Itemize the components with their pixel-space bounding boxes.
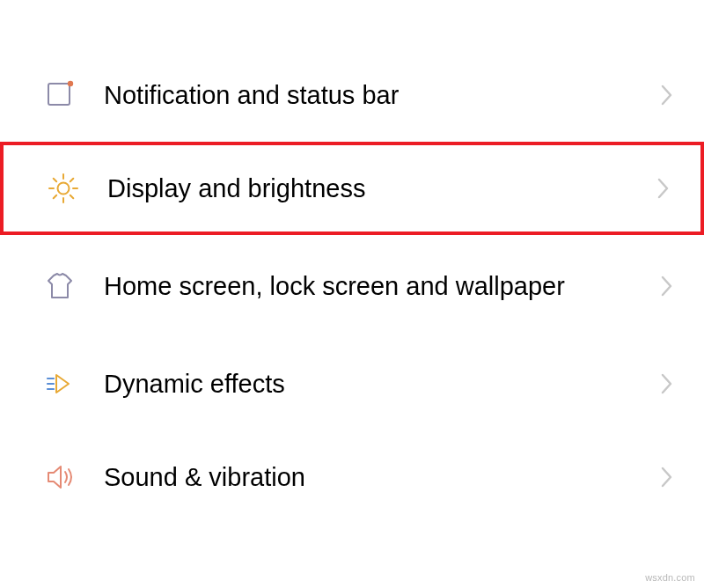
tshirt-icon <box>44 270 76 302</box>
settings-item-label: Sound & vibration <box>76 461 656 493</box>
settings-item-display[interactable]: Display and brightness <box>0 142 704 235</box>
svg-line-7 <box>54 179 56 182</box>
sun-icon <box>48 173 79 204</box>
svg-line-8 <box>70 195 74 199</box>
chevron-right-icon <box>653 178 674 199</box>
settings-item-label: Notification and status bar <box>76 79 656 111</box>
settings-item-dynamic[interactable]: Dynamic effects <box>0 337 704 430</box>
settings-item-notification[interactable]: Notification and status bar <box>0 48 704 142</box>
settings-item-label: Dynamic effects <box>76 368 656 400</box>
svg-line-9 <box>54 195 56 199</box>
watermark: wsxdn.com <box>645 572 695 583</box>
chevron-right-icon <box>656 85 678 106</box>
settings-list: Notification and status bar Di <box>0 0 704 524</box>
notification-icon <box>44 79 76 111</box>
svg-point-2 <box>58 183 70 195</box>
settings-item-homescreen[interactable]: Home screen, lock screen and wallpaper <box>0 235 704 337</box>
dynamic-effects-icon <box>44 368 76 400</box>
speaker-icon <box>44 461 76 493</box>
settings-item-sound[interactable]: Sound & vibration <box>0 430 704 524</box>
chevron-right-icon <box>656 373 678 394</box>
chevron-right-icon <box>656 276 678 297</box>
svg-line-10 <box>70 179 74 182</box>
svg-rect-0 <box>48 84 70 105</box>
chevron-right-icon <box>656 467 678 488</box>
settings-item-label: Home screen, lock screen and wallpaper <box>76 270 656 302</box>
settings-item-label: Display and brightness <box>79 173 653 204</box>
svg-point-1 <box>68 81 73 86</box>
